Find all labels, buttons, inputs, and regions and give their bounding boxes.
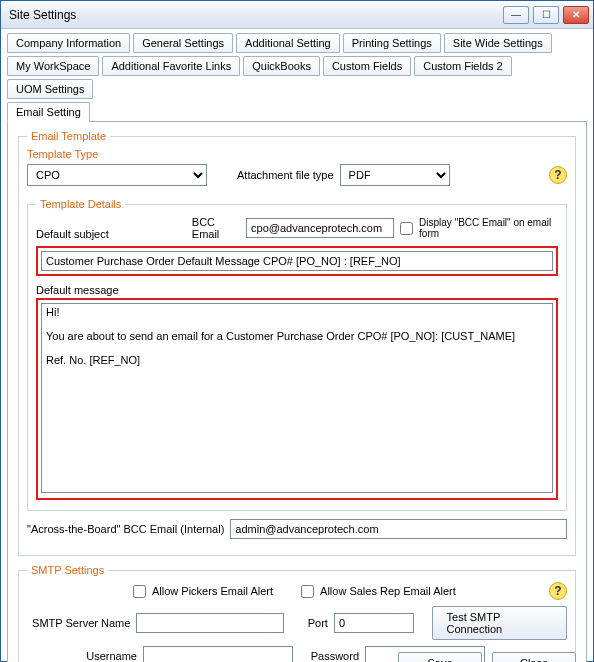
attachment-type-select[interactable]: PDF xyxy=(340,164,450,186)
default-message-highlight xyxy=(36,298,558,500)
tab-custom-fields[interactable]: Custom Fields xyxy=(323,56,411,76)
save-button[interactable]: Save xyxy=(398,652,482,662)
smtp-username-label: Username xyxy=(27,650,137,662)
template-type-select[interactable]: CPO xyxy=(27,164,207,186)
client-area: Company Information General Settings Add… xyxy=(1,29,593,662)
template-type-legend: Template Type xyxy=(27,148,98,160)
site-settings-window: Site Settings — ☐ ✕ Company Information … xyxy=(0,0,594,662)
titlebar: Site Settings — ☐ ✕ xyxy=(1,1,593,29)
smtp-settings-legend: SMTP Settings xyxy=(27,564,108,576)
tab-company-information[interactable]: Company Information xyxy=(7,33,130,53)
smtp-port-label: Port xyxy=(290,617,328,629)
across-bcc-input[interactable] xyxy=(230,519,567,539)
tab-site-wide-settings[interactable]: Site Wide Settings xyxy=(444,33,552,53)
tab-additional-favorite-links[interactable]: Additional Favorite Links xyxy=(102,56,240,76)
email-template-group: Email Template Template Type CPO Attachm… xyxy=(18,130,576,556)
tab-additional-setting[interactable]: Additional Setting xyxy=(236,33,340,53)
tab-row-3: Email Setting xyxy=(7,102,587,122)
default-message-textarea[interactable] xyxy=(41,303,553,493)
tab-printing-settings[interactable]: Printing Settings xyxy=(343,33,441,53)
minimize-button[interactable]: — xyxy=(503,6,529,24)
email-setting-panel: Email Template Template Type CPO Attachm… xyxy=(7,121,587,662)
smtp-server-label: SMTP Server Name xyxy=(27,617,130,629)
default-subject-input[interactable] xyxy=(41,251,553,271)
smtp-password-label: Password xyxy=(299,650,359,662)
window-title: Site Settings xyxy=(9,8,499,22)
template-type-group: Template Type CPO Attachment file type P… xyxy=(27,148,567,198)
close-button[interactable]: ✕ xyxy=(563,6,589,24)
tab-my-workspace[interactable]: My WorkSpace xyxy=(7,56,99,76)
help-icon[interactable]: ? xyxy=(549,166,567,184)
maximize-button[interactable]: ☐ xyxy=(533,6,559,24)
across-bcc-label: "Across-the-Board" BCC Email (Internal) xyxy=(27,523,224,535)
allow-salesrep-label: Allow Sales Rep Email Alert xyxy=(320,585,456,597)
tab-email-setting[interactable]: Email Setting xyxy=(7,102,90,122)
attachment-type-label: Attachment file type xyxy=(237,169,334,181)
bcc-email-input[interactable] xyxy=(246,218,394,238)
footer-buttons: Save Close xyxy=(398,652,576,662)
display-bcc-label: Display "BCC Email" on email form xyxy=(419,217,558,239)
smtp-settings-group: SMTP Settings Allow Pickers Email Alert … xyxy=(18,564,576,662)
smtp-username-input[interactable] xyxy=(143,646,293,662)
default-message-label: Default message xyxy=(36,284,119,296)
template-details-group: Template Details Default subject BCC Ema… xyxy=(27,198,567,511)
email-template-legend: Email Template xyxy=(27,130,110,142)
template-details-legend: Template Details xyxy=(36,198,125,210)
allow-pickers-label: Allow Pickers Email Alert xyxy=(152,585,273,597)
display-bcc-checkbox[interactable] xyxy=(400,222,413,235)
close-footer-button[interactable]: Close xyxy=(492,652,576,662)
default-subject-label: Default subject xyxy=(36,228,126,240)
bcc-email-label: BCC Email xyxy=(192,216,240,240)
tab-uom-settings[interactable]: UOM Settings xyxy=(7,79,93,99)
tab-general-settings[interactable]: General Settings xyxy=(133,33,233,53)
smtp-help-icon[interactable]: ? xyxy=(549,582,567,600)
allow-pickers-checkbox[interactable] xyxy=(133,585,146,598)
tab-custom-fields-2[interactable]: Custom Fields 2 xyxy=(414,56,511,76)
tab-row-1: Company Information General Settings Add… xyxy=(7,33,587,53)
tab-quickbooks[interactable]: QuickBooks xyxy=(243,56,320,76)
allow-salesrep-checkbox[interactable] xyxy=(301,585,314,598)
test-smtp-button[interactable]: Test SMTP Connection xyxy=(432,606,567,640)
smtp-port-input[interactable] xyxy=(334,613,414,633)
default-subject-highlight xyxy=(36,246,558,276)
tab-row-2: My WorkSpace Additional Favorite Links Q… xyxy=(7,56,587,99)
smtp-server-input[interactable] xyxy=(136,613,284,633)
